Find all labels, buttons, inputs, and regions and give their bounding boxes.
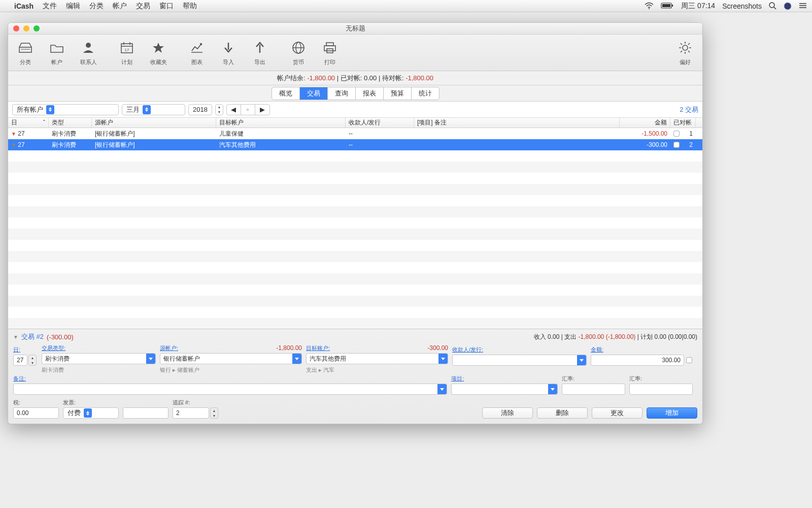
- detail-title: 交易 #2: [21, 332, 44, 341]
- toolbar-contacts[interactable]: 联系人: [76, 39, 100, 66]
- tab-transactions[interactable]: 交易: [300, 87, 328, 100]
- table-row[interactable]: ▼ 27 刷卡消费 [银行储蓄帐户] 儿童保健 -- -1,500.00 1: [8, 128, 702, 139]
- chevron-down-icon: [548, 384, 557, 394]
- toolbar-print[interactable]: 打印: [318, 39, 342, 66]
- type-select[interactable]: 刷卡消费: [42, 353, 156, 364]
- project-select[interactable]: [451, 384, 558, 395]
- year-stepper[interactable]: ▲▼: [215, 104, 223, 115]
- chevron-down-icon: [577, 355, 586, 365]
- window-minimize-button[interactable]: [23, 25, 29, 31]
- label-day[interactable]: 日:: [13, 346, 38, 354]
- siri-icon[interactable]: [784, 2, 792, 10]
- month-select[interactable]: 三月: [122, 104, 185, 115]
- label-memo[interactable]: 备注:: [13, 375, 447, 383]
- menu-edit[interactable]: 编辑: [66, 2, 80, 11]
- menu-transaction[interactable]: 交易: [136, 2, 150, 11]
- expense-flag-icon: ▼: [11, 142, 16, 148]
- menubar-clock[interactable]: 周三 07:14: [681, 2, 715, 11]
- clear-button[interactable]: 清除: [482, 407, 533, 419]
- menu-window[interactable]: 窗口: [159, 2, 174, 11]
- window-zoom-button[interactable]: [33, 25, 40, 31]
- toolbar-charts[interactable]: 图表: [185, 39, 209, 66]
- menu-category[interactable]: 分类: [89, 2, 104, 11]
- tab-budget[interactable]: 预算: [384, 87, 412, 100]
- src-account-select[interactable]: 银行储蓄帐户: [160, 353, 302, 364]
- toolbar-export[interactable]: 导出: [248, 39, 272, 66]
- tab-query[interactable]: 查询: [328, 87, 356, 100]
- tab-overview[interactable]: 概览: [272, 87, 300, 100]
- window-close-button[interactable]: [13, 25, 19, 31]
- tax-field[interactable]: 0.00: [13, 407, 59, 419]
- arrow-up-icon: [254, 39, 265, 56]
- next-period-button[interactable]: ▶: [255, 105, 269, 115]
- label-project[interactable]: 项目:: [451, 375, 558, 383]
- label-dst[interactable]: 目标账户:: [306, 344, 330, 352]
- year-field[interactable]: 2018: [188, 104, 212, 115]
- notification-center-icon[interactable]: [799, 3, 807, 9]
- label-track: 追踪 #:: [173, 399, 218, 406]
- chevron-down-icon: [438, 354, 448, 364]
- day-field[interactable]: 27: [13, 355, 27, 366]
- add-button[interactable]: 增加: [647, 407, 697, 419]
- detail-summary: 收入 0.00 | 支出 -1,800.00 (-1,800.00) | 计划 …: [534, 333, 697, 341]
- reconcile-checkbox[interactable]: [673, 142, 680, 148]
- col-src[interactable]: 源帐户: [92, 118, 216, 128]
- toolbar-accounts[interactable]: 帐户: [45, 39, 69, 66]
- amount-checkbox[interactable]: [686, 357, 692, 363]
- menu-file[interactable]: 文件: [43, 2, 57, 11]
- col-proj[interactable]: [项目] 备注: [414, 118, 620, 128]
- toolbar-currency[interactable]: 货币: [286, 39, 311, 66]
- today-button[interactable]: ◦: [241, 105, 255, 115]
- filter-row: 所有帐户 三月 2018 ▲▼ ◀ ◦ ▶ 2 交易: [8, 102, 702, 118]
- star-icon: [152, 39, 165, 56]
- track-field[interactable]: 2: [173, 407, 209, 419]
- toolbar-favorites[interactable]: 收藏夹: [146, 39, 171, 66]
- delete-button[interactable]: 删除: [537, 407, 588, 419]
- col-day[interactable]: 日ˆ: [8, 118, 49, 128]
- col-type[interactable]: 类型: [49, 118, 92, 128]
- col-rec[interactable]: 已对帐: [670, 118, 696, 128]
- toolbar-schedule[interactable]: 17计划: [115, 39, 139, 66]
- invoice-select[interactable]: 付费: [63, 407, 119, 419]
- memo-field[interactable]: [13, 384, 447, 395]
- spotlight-icon[interactable]: [769, 2, 776, 10]
- dst-account-select[interactable]: 汽车其他费用: [306, 353, 448, 364]
- day-stepper[interactable]: ▲▼: [28, 355, 37, 366]
- person-icon: [82, 39, 94, 56]
- modify-button[interactable]: 更改: [592, 407, 642, 419]
- col-payee[interactable]: 收款人/发行: [346, 118, 414, 128]
- chevron-down-icon: [292, 354, 301, 364]
- payee-select[interactable]: [452, 355, 587, 366]
- toolbar-import[interactable]: 导入: [216, 39, 241, 66]
- menubar-app[interactable]: iCash: [14, 2, 33, 10]
- col-dst[interactable]: 目标帐户: [216, 118, 346, 128]
- toolbar-preferences[interactable]: 偏好: [673, 39, 697, 66]
- reconcile-checkbox[interactable]: [673, 131, 680, 137]
- account-filter-select[interactable]: 所有帐户: [12, 104, 119, 115]
- table-row[interactable]: ▼ 27 刷卡消费 [银行储蓄帐户] 汽车其他费用 -- -300.00 2: [8, 139, 702, 150]
- label-type[interactable]: 交易类型:: [42, 344, 156, 352]
- label-payee[interactable]: 收款人/发行:: [452, 346, 587, 354]
- rate2-field[interactable]: [629, 384, 693, 395]
- battery-icon[interactable]: [661, 3, 674, 9]
- invoice-number-field[interactable]: [123, 407, 168, 419]
- transaction-table[interactable]: ▼ 27 刷卡消费 [银行储蓄帐户] 儿童保健 -- -1,500.00 1 ▼…: [8, 128, 702, 329]
- transaction-count: 2 交易: [680, 105, 698, 114]
- menu-help[interactable]: 帮助: [183, 2, 197, 11]
- toolbar-categories[interactable]: 分类: [13, 39, 38, 66]
- rate1-field[interactable]: [562, 384, 625, 395]
- amount-field[interactable]: 300.00: [591, 355, 684, 366]
- wifi-icon[interactable]: [645, 3, 654, 9]
- window-titlebar[interactable]: 无标题: [8, 23, 702, 35]
- disclosure-triangle-icon[interactable]: ▼: [13, 334, 18, 340]
- date-nav-segmented: ◀ ◦ ▶: [226, 104, 270, 115]
- tab-reports[interactable]: 报表: [356, 87, 384, 100]
- tab-stats[interactable]: 统计: [412, 87, 439, 100]
- menubar-app-right[interactable]: Screenshots: [722, 2, 762, 10]
- track-stepper[interactable]: ▲▼: [210, 407, 218, 419]
- menu-account[interactable]: 帐户: [113, 2, 127, 11]
- prev-period-button[interactable]: ◀: [227, 105, 241, 115]
- label-src[interactable]: 源帐户:: [160, 344, 178, 352]
- label-amount[interactable]: 金额:: [591, 346, 692, 354]
- col-amt[interactable]: 金额: [620, 118, 670, 128]
